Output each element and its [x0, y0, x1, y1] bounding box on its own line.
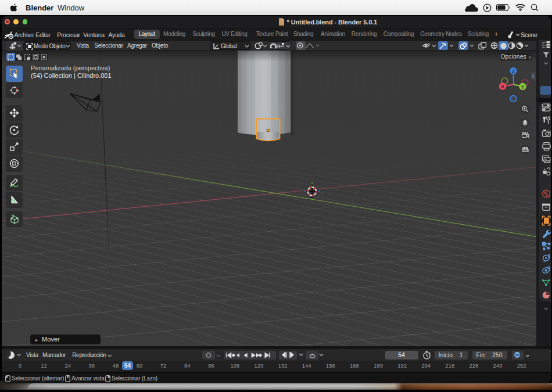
svg-text:Z: Z [511, 68, 515, 74]
svg-text:X: X [500, 84, 504, 89]
svg-text:Y: Y [521, 84, 524, 89]
